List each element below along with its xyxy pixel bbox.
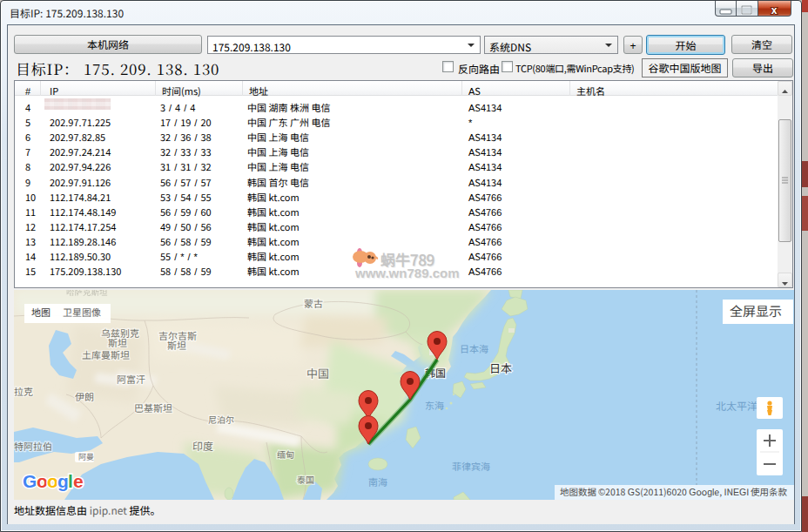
svg-text:o: o — [37, 471, 48, 491]
svg-text:全屏显示: 全屏显示 — [730, 301, 782, 320]
svg-text:印度: 印度 — [192, 438, 213, 453]
svg-text:日本: 日本 — [489, 360, 512, 376]
svg-text:南海: 南海 — [368, 475, 387, 488]
svg-text:日本海: 日本海 — [460, 341, 488, 355]
svg-text:x: x — [771, 4, 778, 17]
svg-text:缅甸: 缅甸 — [277, 448, 294, 461]
svg-text:地图数据 ©2018 GS(2011)6020 Google: 地图数据 ©2018 GS(2011)6020 Google, INEGI — [560, 485, 749, 498]
svg-text:使用条款: 使用条款 — [751, 485, 787, 498]
svg-text:东海: 东海 — [425, 398, 444, 412]
svg-text:阿曼: 阿曼 — [78, 451, 94, 462]
svg-text:尼泊尔: 尼泊尔 — [208, 413, 234, 426]
svg-text:土库曼斯坦: 土库曼斯坦 — [82, 347, 130, 361]
svg-text:巴基斯坦: 巴基斯坦 — [134, 401, 172, 414]
svg-text:蒙古: 蒙古 — [304, 296, 323, 310]
svg-text:o: o — [47, 471, 58, 491]
svg-text:阿富汗: 阿富汗 — [117, 372, 145, 386]
svg-text:拉克: 拉克 — [14, 384, 33, 398]
svg-text:G: G — [23, 471, 37, 491]
svg-text:e: e — [73, 471, 84, 491]
svg-text:伊朗: 伊朗 — [75, 389, 94, 403]
svg-text:菲律宾海: 菲律宾海 — [452, 459, 490, 473]
svg-text:特阿拉伯: 特阿拉伯 — [14, 439, 52, 453]
svg-text:卫星图像: 卫星图像 — [63, 305, 101, 319]
svg-text:北太平洋: 北太平洋 — [716, 398, 758, 413]
svg-text:哈萨克斯坦: 哈萨克斯坦 — [66, 290, 108, 298]
svg-text:g: g — [57, 471, 69, 491]
svg-text:地图: 地图 — [31, 305, 50, 319]
svg-text:泰国: 泰国 — [297, 473, 314, 486]
svg-text:斯坦: 斯坦 — [167, 338, 186, 352]
svg-text:l: l — [68, 471, 73, 491]
svg-text:中国: 中国 — [306, 365, 329, 381]
